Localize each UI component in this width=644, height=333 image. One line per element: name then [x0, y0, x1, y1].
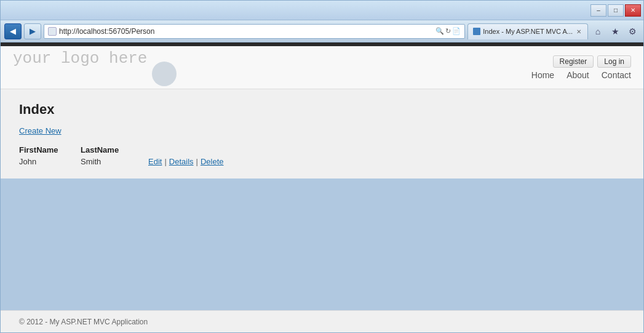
favorites-icon[interactable]: ★	[608, 25, 622, 38]
cell-lastname: Smith	[81, 157, 142, 166]
col-firstname: FirstName	[19, 145, 81, 154]
delete-link[interactable]: Delete	[201, 157, 224, 166]
refresh-icon[interactable]: ↻	[445, 27, 451, 35]
nav-about[interactable]: About	[566, 70, 589, 80]
content-wrapper: your logo here Register Log in Home Abou…	[1, 46, 643, 332]
col-lastname: LastName	[81, 145, 142, 154]
sep-1: |	[164, 157, 166, 166]
search-icon[interactable]: 🔍	[435, 27, 444, 35]
home-icon[interactable]: ⌂	[590, 25, 605, 38]
main-content: Index Create New FirstName LastName John…	[1, 89, 643, 179]
nav-contact[interactable]: Contact	[602, 70, 631, 80]
forward-button[interactable]: ▶	[24, 23, 41, 39]
address-bar[interactable]: http://localhost:56705/Person 🔍 ↻ 📄	[44, 24, 465, 39]
header-right: Register Log in Home About Contact	[531, 55, 631, 80]
nav-bar: ◀ ▶ http://localhost:56705/Person 🔍 ↻ 📄 …	[1, 20, 643, 42]
cell-firstname: John	[19, 157, 81, 166]
app-header: your logo here Register Log in Home Abou…	[1, 46, 643, 89]
page-content: your logo here Register Log in Home Abou…	[1, 46, 643, 179]
header-auth: Register Log in	[553, 55, 631, 68]
header-nav: Home About Contact	[531, 70, 631, 80]
address-actions: 🔍 ↻ 📄	[435, 27, 461, 35]
details-link[interactable]: Details	[169, 157, 194, 166]
table-header: FirstName LastName	[19, 145, 625, 154]
back-button[interactable]: ◀	[4, 23, 22, 39]
table-row: John Smith Edit | Details | Delete	[19, 157, 625, 166]
close-button[interactable]: ✕	[625, 4, 641, 17]
app-footer: © 2012 - My ASP.NET MVC Application	[1, 310, 643, 332]
tools-icon[interactable]: ⚙	[625, 25, 640, 38]
minimize-button[interactable]: –	[590, 4, 606, 17]
footer-text: © 2012 - My ASP.NET MVC Application	[19, 318, 148, 326]
address-icon	[48, 27, 57, 36]
page-title: Index	[19, 102, 625, 118]
logo-text: your logo here	[13, 49, 147, 68]
register-button[interactable]: Register	[553, 55, 594, 68]
tab-title: Index - My ASP.NET MVC A...	[483, 28, 573, 35]
title-bar: – □ ✕	[1, 1, 643, 20]
login-button[interactable]: Log in	[597, 55, 631, 68]
create-new-link[interactable]: Create New	[19, 126, 62, 135]
browser-tab[interactable]: Index - My ASP.NET MVC A... ✕	[467, 23, 588, 39]
compat-icon[interactable]: 📄	[452, 27, 461, 35]
tab-favicon	[473, 28, 480, 35]
address-url: http://localhost:56705/Person	[59, 27, 433, 36]
sep-2: |	[196, 157, 198, 166]
row-actions: Edit | Details | Delete	[148, 157, 224, 166]
tab-close-button[interactable]: ✕	[575, 28, 582, 35]
nav-home[interactable]: Home	[531, 70, 554, 80]
logo-avatar	[152, 62, 177, 86]
title-bar-buttons: – □ ✕	[590, 4, 641, 17]
browser-window: – □ ✕ ◀ ▶ http://localhost:56705/Person …	[0, 0, 644, 333]
logo-area: your logo here	[13, 49, 177, 86]
edit-link[interactable]: Edit	[148, 157, 162, 166]
restore-button[interactable]: □	[608, 4, 624, 17]
